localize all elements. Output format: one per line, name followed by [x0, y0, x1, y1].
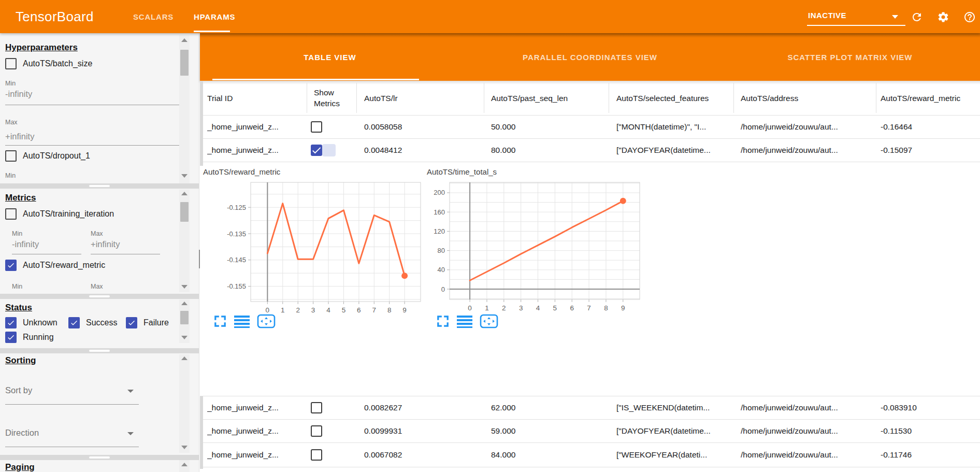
section-splitter[interactable]: [0, 183, 199, 189]
svg-text:3: 3: [519, 304, 523, 312]
column-header-past-seq-len[interactable]: AutoTS/past_seq_len: [491, 81, 600, 115]
scrollbar-metrics[interactable]: [179, 190, 190, 292]
scrollbar-sorting[interactable]: [179, 354, 190, 453]
show-metrics-checkbox[interactable]: [311, 121, 322, 133]
checkbox-ripple: [322, 144, 336, 156]
svg-text:9: 9: [621, 304, 625, 312]
min-label: Min: [5, 80, 16, 87]
svg-text:4: 4: [536, 304, 540, 312]
chart-title-time-total: AutoTS/time_total_s: [427, 167, 497, 176]
min-input[interactable]: -infinity: [5, 89, 32, 99]
hparam-label: AutoTS/batch_size: [23, 59, 92, 68]
column-header-reward-metric[interactable]: AutoTS/reward_metric: [881, 81, 972, 115]
hparam-label: AutoTS/dropout_1: [23, 151, 90, 161]
checkbox-status-running[interactable]: [5, 332, 17, 343]
tensorboard-logo: TensorBoard: [16, 9, 94, 25]
run-status-dropdown[interactable]: INACTIVE: [807, 9, 905, 26]
pane-splitter-handle[interactable]: [199, 250, 200, 268]
table-row: _home_junweid_z...0.006708284.000["WEEKO…: [200, 443, 980, 467]
svg-text:2: 2: [502, 304, 506, 312]
input-underline: [5, 105, 181, 105]
tab-hparams[interactable]: HPARAMS: [194, 12, 235, 21]
cell-address: /home/junweid/zouwu/aut...: [741, 396, 870, 419]
section-splitter[interactable]: [0, 348, 199, 353]
table-scrollbar-thumb[interactable]: [200, 396, 203, 469]
svg-text:8: 8: [387, 306, 392, 314]
min-label: Min: [12, 230, 22, 237]
svg-text:-0.135: -0.135: [227, 230, 246, 238]
svg-text:0: 0: [468, 304, 472, 312]
max-input[interactable]: +infinity: [5, 132, 34, 141]
section-splitter[interactable]: [0, 294, 199, 299]
cell-trial-id: _home_junweid_z...: [207, 443, 306, 467]
column-header-address[interactable]: AutoTS/address: [741, 81, 865, 115]
show-metrics-checkbox[interactable]: [311, 425, 322, 437]
view-tab-bar: TABLE VIEW PARALLEL COORDINATES VIEW SCA…: [200, 33, 980, 81]
cell-past-seq-len: 80.000: [491, 139, 600, 162]
time-total-chart[interactable]: 040801201602000123456789: [425, 179, 663, 316]
show-metrics-checkbox[interactable]: [311, 145, 322, 156]
tab-table-view[interactable]: TABLE VIEW: [200, 33, 460, 81]
section-title-metrics: Metrics: [5, 193, 36, 203]
reward-metric-chart[interactable]: -0.125-0.135-0.145-0.1550123456789: [200, 179, 438, 316]
direction-label: Direction: [5, 428, 139, 438]
direction-dropdown[interactable]: Direction: [5, 428, 139, 447]
svg-text:5: 5: [342, 306, 346, 314]
cell-past-seq-len: 50.000: [491, 115, 600, 138]
status-option-success: Success: [68, 317, 117, 328]
settings-icon[interactable]: [937, 11, 949, 23]
app-bar: TensorBoard SCALARS HPARAMS INACTIVE: [0, 0, 980, 33]
scrollbar-paging[interactable]: [179, 460, 190, 472]
svg-text:6: 6: [570, 304, 574, 312]
svg-text:7: 7: [372, 306, 377, 314]
scrollbar-hyperparameters[interactable]: [179, 35, 190, 183]
cell-lr: 0.0058058: [364, 115, 468, 138]
tab-scatter-plot-matrix-view[interactable]: SCATTER PLOT MATRIX VIEW: [720, 33, 980, 81]
section-splitter[interactable]: [0, 455, 199, 460]
column-header-selected-features[interactable]: AutoTS/selected_features: [616, 81, 723, 115]
checkbox-status-success[interactable]: [68, 317, 80, 328]
fullscreen-icon[interactable]: [213, 314, 227, 330]
cell-reward-metric: -0.11530: [881, 420, 972, 442]
min-input[interactable]: -infinity: [12, 239, 39, 249]
checkbox-training-iteration[interactable]: [5, 208, 17, 220]
column-header-show-metrics[interactable]: Show Metrics: [314, 81, 346, 115]
checkbox-batch-size[interactable]: [5, 58, 17, 69]
scrollbar-status[interactable]: [179, 299, 190, 343]
chart-toolbar-reward-metric: [213, 314, 276, 331]
chevron-down-icon: [127, 432, 134, 435]
min-label: Min: [12, 283, 22, 290]
status-option-failure: Failure: [126, 317, 169, 328]
checkbox-status-unknown[interactable]: [5, 317, 17, 328]
svg-text:40: 40: [438, 266, 445, 274]
cell-lr: 0.0099931: [364, 420, 468, 442]
pan-reset-icon[interactable]: [480, 314, 498, 331]
svg-text:0: 0: [441, 285, 445, 293]
tab-parallel-coordinates-view[interactable]: PARALLEL COORDINATES VIEW: [460, 33, 720, 81]
sort-by-dropdown[interactable]: Sort by: [5, 385, 139, 405]
column-header-lr[interactable]: AutoTS/lr: [364, 81, 468, 115]
status-option-unknown: Unknown: [5, 317, 57, 328]
svg-text:-0.125: -0.125: [227, 204, 246, 211]
checkbox-status-failure[interactable]: [126, 317, 137, 328]
refresh-icon[interactable]: [911, 11, 923, 23]
column-header-trial-id[interactable]: Trial ID: [207, 81, 300, 115]
table-scrollbar-thumb[interactable]: [200, 81, 203, 166]
table-row: _home_junweid_z...0.008262762.000["IS_WE…: [200, 396, 980, 420]
data-table-icon[interactable]: [457, 314, 472, 330]
help-icon[interactable]: [963, 11, 976, 23]
show-metrics-checkbox[interactable]: [311, 402, 322, 413]
fullscreen-icon[interactable]: [436, 314, 450, 330]
cell-trial-id: _home_junweid_z...: [207, 420, 306, 442]
max-input[interactable]: +infinity: [91, 239, 120, 249]
run-status-value: INACTIVE: [808, 11, 846, 20]
pan-reset-icon[interactable]: [257, 314, 276, 331]
data-table-icon[interactable]: [234, 314, 250, 330]
tab-scalars[interactable]: SCALARS: [133, 12, 174, 21]
cell-trial-id: _home_junweid_z...: [207, 396, 306, 419]
cell-trial-id: _home_junweid_z...: [207, 139, 306, 162]
checkbox-dropout-1[interactable]: [5, 150, 17, 162]
show-metrics-checkbox[interactable]: [311, 449, 322, 461]
checkbox-reward-metric[interactable]: [5, 260, 17, 271]
max-label: Max: [5, 119, 18, 126]
